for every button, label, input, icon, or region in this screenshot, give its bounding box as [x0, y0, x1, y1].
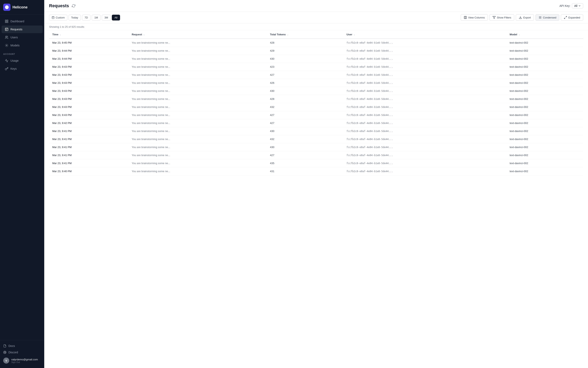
- cell-user: fccfb2c0-e0af-4e04-b1e8-5de44...: [343, 95, 506, 103]
- cell-time: Mar 23, 9:45 PM: [49, 38, 129, 47]
- cell-user: fccfb2c0-e0af-4e04-b1e8-5de44...: [343, 119, 506, 127]
- table-row[interactable]: Mar 23, 9:44 PM You are brainstorming so…: [49, 47, 583, 55]
- cell-model: text-davinci-002: [506, 103, 583, 111]
- svg-rect-15: [464, 16, 466, 19]
- cell-time: Mar 23, 9:43 PM: [49, 87, 129, 95]
- cell-model: text-davinci-002: [506, 55, 583, 63]
- svg-rect-2: [7, 20, 8, 21]
- cell-user: fccfb2c0-e0af-4e04-b1e8-5de44...: [343, 55, 506, 63]
- condensed-label: Condensed: [543, 16, 556, 19]
- 3m-filter-button[interactable]: 3M: [102, 15, 111, 20]
- table-row[interactable]: Mar 23, 9:43 PM You are brainstorming so…: [49, 63, 583, 71]
- table-row[interactable]: Mar 23, 9:41 PM You are brainstorming so…: [49, 127, 583, 135]
- table-container: Time ↓ Request ↓ Total Tokens ↓ User ↓: [44, 30, 588, 368]
- cell-tokens: 432: [267, 135, 343, 143]
- table-row[interactable]: Mar 23, 9:41 PM You are brainstorming so…: [49, 151, 583, 159]
- svg-rect-11: [52, 17, 54, 19]
- cell-time: Mar 23, 9:42 PM: [49, 119, 129, 127]
- cell-time: Mar 23, 9:40 PM: [49, 167, 129, 175]
- table-row[interactable]: Mar 23, 9:43 PM You are brainstorming so…: [49, 79, 583, 87]
- cell-time: Mar 23, 9:44 PM: [49, 47, 129, 55]
- condensed-button[interactable]: Condensed: [536, 14, 560, 21]
- 7d-filter-button[interactable]: 7D: [82, 15, 91, 20]
- col-tokens[interactable]: Total Tokens ↓: [267, 30, 343, 38]
- all-filter-button[interactable]: All: [112, 15, 120, 20]
- 1m-filter-button[interactable]: 1M: [92, 15, 101, 20]
- cell-model: text-davinci-002: [506, 79, 583, 87]
- export-label: Export: [523, 16, 531, 19]
- custom-filter-button[interactable]: Custom: [49, 15, 67, 20]
- cell-user: fccfb2c0-e0af-4e04-b1e8-5de44...: [343, 135, 506, 143]
- sidebar-item-keys-label: Keys: [10, 67, 17, 70]
- table-row[interactable]: Mar 23, 9:41 PM You are brainstorming so…: [49, 143, 583, 151]
- table-row[interactable]: Mar 23, 9:43 PM You are brainstorming so…: [49, 95, 583, 103]
- table-row[interactable]: Mar 23, 9:45 PM You are brainstorming so…: [49, 38, 583, 47]
- table-row[interactable]: Mar 23, 9:43 PM You are brainstorming so…: [49, 103, 583, 111]
- cell-model: text-davinci-002: [506, 95, 583, 103]
- cell-request: You are brainstorming some ne...: [129, 167, 267, 175]
- cell-request: You are brainstorming some ne...: [129, 38, 267, 47]
- view-columns-button[interactable]: View Columns: [461, 14, 488, 21]
- cell-user: fccfb2c0-e0af-4e04-b1e8-5de44...: [343, 63, 506, 71]
- cell-model: text-davinci-002: [506, 111, 583, 119]
- 1m-filter-label: 1M: [94, 16, 98, 19]
- cell-time: Mar 23, 9:43 PM: [49, 63, 129, 71]
- sidebar-item-models-label: Models: [10, 44, 19, 47]
- sign-out-button[interactable]: Sign Out: [11, 361, 38, 363]
- api-key-row: API Key: All: [560, 3, 583, 9]
- cell-tokens: 427: [267, 111, 343, 119]
- cell-user: fccfb2c0-e0af-4e04-b1e8-5de44...: [343, 111, 506, 119]
- cell-time: Mar 23, 9:43 PM: [49, 111, 129, 119]
- main-content: Requests API Key: All Custom Today 7D: [44, 0, 588, 368]
- cell-model: text-davinci-002: [506, 119, 583, 127]
- refresh-button[interactable]: [71, 3, 76, 9]
- table-row[interactable]: Mar 23, 9:43 PM You are brainstorming so…: [49, 111, 583, 119]
- cell-time: Mar 23, 9:43 PM: [49, 71, 129, 79]
- table-row[interactable]: Mar 23, 9:41 PM You are brainstorming so…: [49, 135, 583, 143]
- cell-model: text-davinci-002: [506, 38, 583, 47]
- sidebar-item-usage[interactable]: Usage: [2, 57, 43, 64]
- export-button[interactable]: Export: [516, 14, 534, 21]
- col-request[interactable]: Request ↓: [129, 30, 267, 38]
- api-key-select[interactable]: All: [572, 3, 583, 9]
- col-model[interactable]: Model ↓: [506, 30, 583, 38]
- cell-time: Mar 23, 9:44 PM: [49, 55, 129, 63]
- table-row[interactable]: Mar 23, 9:43 PM You are brainstorming so…: [49, 71, 583, 79]
- show-filters-button[interactable]: Show Filters: [489, 14, 514, 21]
- table-row[interactable]: Mar 23, 9:43 PM You are brainstorming so…: [49, 87, 583, 95]
- table-row[interactable]: Mar 23, 9:40 PM You are brainstorming so…: [49, 167, 583, 175]
- cell-tokens: 427: [267, 119, 343, 127]
- logo-area: Helicone: [0, 0, 44, 15]
- sidebar-item-users-label: Users: [10, 36, 18, 39]
- col-user[interactable]: User ↓: [343, 30, 506, 38]
- svg-line-23: [566, 16, 567, 17]
- cell-user: fccfb2c0-e0af-4e04-b1e8-5de44...: [343, 87, 506, 95]
- cell-tokens: 430: [267, 55, 343, 63]
- sidebar-item-keys[interactable]: Keys: [2, 65, 43, 73]
- table-header: Time ↓ Request ↓ Total Tokens ↓ User ↓: [49, 30, 583, 38]
- sidebar-item-models[interactable]: Models: [2, 42, 43, 49]
- table-row[interactable]: Mar 23, 9:42 PM You are brainstorming so…: [49, 119, 583, 127]
- cell-request: You are brainstorming some ne...: [129, 95, 267, 103]
- col-time[interactable]: Time ↓: [49, 30, 129, 38]
- cell-user: fccfb2c0-e0af-4e04-b1e8-5de44...: [343, 38, 506, 47]
- sidebar-item-users[interactable]: Users: [2, 34, 43, 41]
- cell-user: fccfb2c0-e0af-4e04-b1e8-5de44...: [343, 159, 506, 167]
- sidebar-item-requests[interactable]: Requests: [2, 26, 43, 33]
- sidebar-item-dashboard[interactable]: Dashboard: [2, 18, 43, 25]
- cell-time: Mar 23, 9:43 PM: [49, 95, 129, 103]
- expanded-button[interactable]: Expanded: [561, 14, 583, 21]
- today-filter-button[interactable]: Today: [69, 15, 81, 20]
- cell-tokens: 431: [267, 167, 343, 175]
- cell-time: Mar 23, 9:41 PM: [49, 135, 129, 143]
- cell-model: text-davinci-002: [506, 47, 583, 55]
- sort-tokens-icon: ↓: [287, 33, 288, 36]
- discord-link[interactable]: Discord: [0, 349, 44, 356]
- docs-link[interactable]: Docs: [0, 343, 44, 349]
- svg-rect-5: [5, 28, 8, 31]
- cell-tokens: 430: [267, 87, 343, 95]
- table-row[interactable]: Mar 23, 9:44 PM You are brainstorming so…: [49, 55, 583, 63]
- table-row[interactable]: Mar 23, 9:41 PM You are brainstorming so…: [49, 159, 583, 167]
- page-title: Requests: [49, 3, 69, 9]
- cell-time: Mar 23, 9:43 PM: [49, 103, 129, 111]
